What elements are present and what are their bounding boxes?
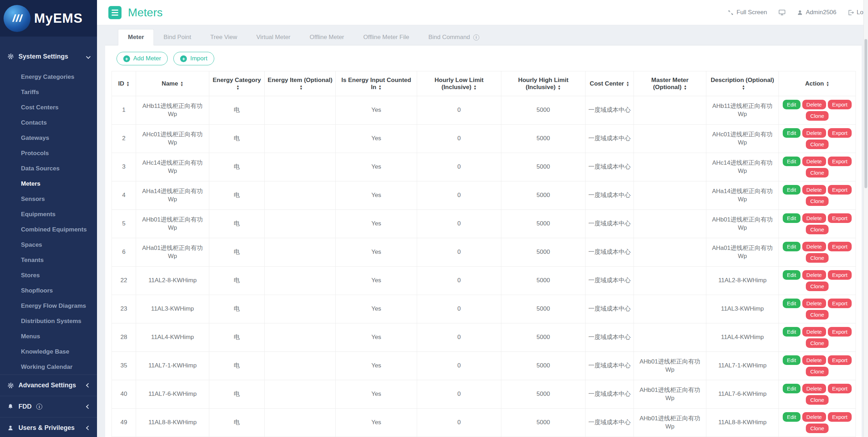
sidebar-item[interactable]: Distribution Systems (0, 313, 97, 329)
clone-button[interactable]: Clone (806, 253, 828, 263)
column-header[interactable]: Name (136, 71, 209, 96)
clone-button[interactable]: Clone (806, 225, 828, 234)
tab[interactable]: Offline Meter (300, 29, 354, 45)
export-button[interactable]: Export (828, 355, 852, 365)
export-button[interactable]: Export (828, 157, 852, 166)
export-button[interactable]: Export (828, 128, 852, 138)
edit-button[interactable]: Edit (783, 242, 800, 251)
add-meter-button[interactable]: + Add Meter (117, 52, 168, 65)
sidebar-item[interactable]: Equipments (0, 207, 97, 222)
column-header[interactable]: Hourly High Limit (Inclusive) (501, 71, 586, 96)
edit-button[interactable]: Edit (783, 384, 800, 393)
export-button[interactable]: Export (828, 327, 852, 337)
sidebar-item[interactable]: Combined Equipments (0, 222, 97, 237)
sidebar-section-system-settings[interactable]: System Settings (0, 47, 97, 66)
sidebar-item[interactable]: Tenants (0, 252, 97, 268)
edit-button[interactable]: Edit (783, 213, 800, 223)
sidebar-item[interactable]: Working Calendar (0, 359, 97, 375)
export-button[interactable]: Export (828, 185, 852, 195)
sidebar-item[interactable]: Meters (0, 176, 97, 191)
export-button[interactable]: Export (828, 384, 852, 393)
user-menu[interactable]: Admin2506 (797, 9, 836, 16)
delete-button[interactable]: Delete (802, 100, 826, 109)
column-header[interactable]: ID (112, 71, 136, 96)
edit-button[interactable]: Edit (783, 327, 800, 337)
edit-button[interactable]: Edit (783, 270, 800, 280)
export-button[interactable]: Export (828, 299, 852, 308)
column-header[interactable]: Description (Optional) (706, 71, 779, 96)
sidebar-toggle-button[interactable] (108, 6, 122, 19)
sidebar-item[interactable]: Spaces (0, 237, 97, 252)
sidebar-item[interactable]: Sensors (0, 191, 97, 207)
column-header[interactable]: Is Energy Input Counted In (336, 71, 417, 96)
edit-button[interactable]: Edit (783, 100, 800, 109)
export-button[interactable]: Export (828, 100, 852, 109)
cell-energy-item (265, 238, 336, 267)
clone-button[interactable]: Clone (806, 395, 828, 405)
export-button[interactable]: Export (828, 270, 852, 280)
edit-button[interactable]: Edit (783, 128, 800, 138)
sidebar-item[interactable]: Protocols (0, 146, 97, 161)
sidebar-item[interactable]: Menus (0, 329, 97, 344)
clone-button[interactable]: Clone (806, 282, 828, 291)
sidebar-item[interactable]: Energy Categories (0, 69, 97, 84)
delete-button[interactable]: Delete (802, 355, 826, 365)
tab[interactable]: Bind Point (154, 29, 201, 45)
tab[interactable]: Virtual Meter (247, 29, 300, 45)
tab[interactable]: Bind Command (419, 29, 489, 45)
delete-button[interactable]: Delete (802, 299, 826, 308)
delete-button[interactable]: Delete (802, 327, 826, 337)
tab[interactable]: Tree View (201, 29, 247, 45)
delete-button[interactable]: Delete (802, 213, 826, 223)
sidebar-item[interactable]: Gateways (0, 130, 97, 146)
sidebar-item[interactable]: Tariffs (0, 84, 97, 100)
edit-button[interactable]: Edit (783, 412, 800, 422)
full-screen-button[interactable]: Full Screen (728, 9, 767, 16)
column-header[interactable]: Master Meter (Optional) (634, 71, 706, 96)
delete-button[interactable]: Delete (802, 384, 826, 393)
export-button[interactable]: Export (828, 213, 852, 223)
export-button[interactable]: Export (828, 242, 852, 251)
clone-button[interactable]: Clone (806, 168, 828, 177)
sidebar-section-users-privileges[interactable]: Users & Privileges (0, 417, 97, 437)
tab[interactable]: Meter (118, 29, 154, 45)
import-button[interactable]: + Import (173, 52, 214, 65)
sidebar-item[interactable]: Stores (0, 268, 97, 283)
delete-button[interactable]: Delete (802, 270, 826, 280)
tab[interactable]: Offline Meter File (354, 29, 419, 45)
edit-button[interactable]: Edit (783, 157, 800, 166)
sidebar-item[interactable]: Energy Flow Diagrams (0, 298, 97, 313)
column-header[interactable]: Energy Item (Optional) (265, 71, 336, 96)
clone-button[interactable]: Clone (806, 140, 828, 149)
sidebar-section-fdd[interactable]: FDD (0, 396, 97, 417)
clone-button[interactable]: Clone (806, 310, 828, 319)
brand[interactable]: MyEMS (0, 0, 97, 37)
export-button[interactable]: Export (828, 412, 852, 422)
clone-button[interactable]: Clone (806, 196, 828, 206)
clone-button[interactable]: Clone (806, 424, 828, 433)
clone-button[interactable]: Clone (806, 111, 828, 121)
clone-button[interactable]: Clone (806, 367, 828, 376)
sidebar-item[interactable]: Cost Centers (0, 100, 97, 115)
column-header[interactable]: Hourly Low Limit (Inclusive) (417, 71, 501, 96)
display-mode-button[interactable] (778, 9, 786, 16)
delete-button[interactable]: Delete (802, 157, 826, 166)
delete-button[interactable]: Delete (802, 242, 826, 251)
column-header[interactable]: Energy Category (209, 71, 265, 96)
column-header[interactable]: Action (779, 71, 856, 96)
column-header[interactable]: Cost Center (586, 71, 634, 96)
edit-button[interactable]: Edit (783, 299, 800, 308)
sidebar-item[interactable]: Shopfloors (0, 283, 97, 298)
delete-button[interactable]: Delete (802, 185, 826, 195)
sidebar-item[interactable]: Knowledge Base (0, 344, 97, 359)
vertical-scrollbar[interactable] (863, 0, 868, 437)
delete-button[interactable]: Delete (802, 128, 826, 138)
scrollbar-thumb[interactable] (864, 39, 867, 188)
edit-button[interactable]: Edit (783, 355, 800, 365)
sidebar-item[interactable]: Data Sources (0, 161, 97, 176)
sidebar-item[interactable]: Contacts (0, 115, 97, 130)
clone-button[interactable]: Clone (806, 338, 828, 348)
delete-button[interactable]: Delete (802, 412, 826, 422)
sidebar-section-advanced-settings[interactable]: Advanced Settings (0, 375, 97, 396)
edit-button[interactable]: Edit (783, 185, 800, 195)
